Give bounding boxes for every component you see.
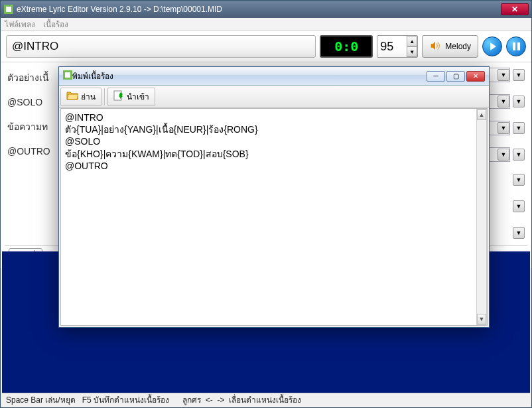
side-button[interactable]: ▼ bbox=[513, 149, 525, 161]
child-app-icon bbox=[63, 70, 72, 82]
read-button[interactable]: อ่าน bbox=[60, 88, 101, 106]
import-button[interactable]: นำเข้า bbox=[107, 88, 155, 106]
window-title: eXtreme Lyric Editor Version 2.9.10 -> D… bbox=[17, 5, 501, 14]
menu-lyric[interactable]: เนื้อร้อง bbox=[43, 18, 68, 31]
play-button[interactable] bbox=[482, 36, 502, 56]
time-counter: 0:0 bbox=[320, 35, 373, 58]
text-line: @INTRO bbox=[65, 111, 483, 123]
maximize-button[interactable]: ▢ bbox=[446, 71, 465, 82]
child-titlebar[interactable]: พิมพ์เนื้อร้อง ─ ▢ ✕ bbox=[59, 67, 489, 86]
lyric-text-area[interactable]: @INTRO ตัว{TUA}|อย่าง{YANG}|เนื้อ{NEUR}|… bbox=[60, 108, 488, 326]
menu-file[interactable]: ไฟล์เพลง bbox=[5, 18, 35, 31]
side-button[interactable]: ▼ bbox=[513, 122, 525, 134]
spin-up[interactable]: ▲ bbox=[407, 36, 417, 46]
close-button[interactable]: ✕ bbox=[501, 3, 529, 15]
current-lyric-display: @INTRO bbox=[6, 35, 316, 58]
chevron-down-icon[interactable]: ▼ bbox=[498, 149, 509, 161]
vertical-scrollbar[interactable]: ▲ ▼ bbox=[476, 109, 487, 325]
side-button[interactable]: ▼ bbox=[513, 227, 525, 239]
child-close-button[interactable]: ✕ bbox=[466, 71, 485, 82]
chevron-down-icon[interactable]: ▼ bbox=[498, 69, 509, 81]
speaker-icon bbox=[429, 40, 441, 54]
svg-rect-1 bbox=[6, 7, 11, 12]
side-button[interactable]: ▼ bbox=[513, 96, 525, 107]
row-dropdowns: ▼ bbox=[513, 200, 525, 212]
melody-button[interactable]: Melody bbox=[422, 35, 478, 58]
tempo-spinner[interactable]: ▲ ▼ bbox=[377, 35, 418, 58]
menubar: ไฟล์เพลง เนื้อร้อง bbox=[1, 18, 531, 31]
pause-button[interactable] bbox=[506, 36, 526, 56]
text-line: ข้อ{KHO}|ความ{KWAM}|ทด{TOD}|สอบ{SOB} bbox=[65, 148, 483, 160]
text-line: ตัว{TUA}|อย่าง{YANG}|เนื้อ{NEUR}|ร้อง{RO… bbox=[65, 123, 483, 135]
print-lyric-window: พิมพ์เนื้อร้อง ─ ▢ ✕ อ่าน นำเข้า @INTRO … bbox=[58, 66, 490, 328]
text-line: @SOLO bbox=[65, 135, 483, 147]
side-button[interactable]: ▼ bbox=[513, 69, 525, 81]
row-dropdowns: ▼ bbox=[513, 227, 525, 239]
row-dropdowns: ▼ bbox=[513, 174, 525, 186]
main-titlebar[interactable]: eXtreme Lyric Editor Version 2.9.10 -> D… bbox=[1, 1, 531, 18]
pause-icon bbox=[513, 42, 520, 50]
chevron-down-icon[interactable]: ▼ bbox=[498, 122, 509, 134]
spin-down[interactable]: ▼ bbox=[407, 46, 417, 57]
scroll-up-icon[interactable]: ▲ bbox=[477, 109, 486, 120]
side-button[interactable]: ▼ bbox=[513, 200, 525, 212]
tempo-input[interactable] bbox=[377, 36, 407, 57]
app-icon bbox=[3, 4, 14, 15]
separator bbox=[104, 88, 105, 105]
child-toolbar: อ่าน นำเข้า bbox=[59, 86, 489, 108]
side-button[interactable]: ▼ bbox=[513, 174, 525, 186]
child-title-text: พิมพ์เนื้อร้อง bbox=[72, 70, 427, 82]
read-label: อ่าน bbox=[81, 90, 96, 103]
toolbar: @INTRO 0:0 ▲ ▼ Melody bbox=[1, 31, 531, 62]
import-label: นำเข้า bbox=[127, 90, 149, 103]
status-bar: Space Bar เล่น/หยุด F5 บันทึกตำแหน่งเนื้… bbox=[2, 393, 530, 406]
text-line: @OUTRO bbox=[65, 160, 483, 172]
import-icon bbox=[113, 90, 124, 103]
svg-rect-3 bbox=[65, 72, 70, 78]
melody-label: Melody bbox=[445, 42, 471, 51]
scroll-down-icon[interactable]: ▼ bbox=[477, 314, 486, 324]
folder-open-icon bbox=[66, 90, 78, 103]
play-icon bbox=[490, 42, 496, 50]
chevron-down-icon[interactable]: ▼ bbox=[498, 96, 509, 107]
status-text: Space Bar เล่น/หยุด F5 บันทึกตำแหน่งเนื้… bbox=[6, 393, 301, 406]
minimize-button[interactable]: ─ bbox=[427, 71, 445, 82]
